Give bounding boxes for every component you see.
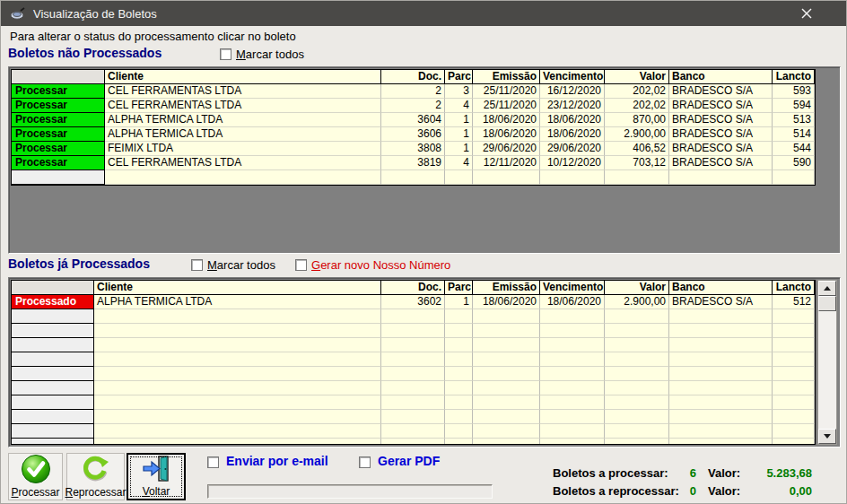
col-header-doc: Doc. [381, 281, 445, 295]
cell-banco [669, 324, 773, 338]
cell-valor: 406,52 [605, 142, 669, 156]
cell-banco [669, 352, 773, 367]
empty-row [12, 395, 815, 410]
cell-lancto [773, 381, 815, 395]
cell-emissao: 25/11/2020 [473, 84, 540, 99]
boleto-row[interactable]: ProcessadoALPHA TERMICA LTDA3602118/06/2… [12, 295, 815, 309]
reprocessar-button-label: Reprocessar [65, 486, 126, 499]
refresh-icon [81, 454, 111, 484]
cell-doc: 3602 [381, 295, 445, 309]
boleto-row[interactable]: ProcessarCEL FERRAMENTAS LTDA2325/11/202… [12, 84, 815, 99]
boleto-row[interactable]: ProcessarALPHA TERMICA LTDA3606118/06/20… [12, 127, 815, 142]
cell-vencimento [540, 324, 605, 338]
status-cell[interactable]: Processar [12, 127, 105, 142]
cell-vencimento: 18/06/2020 [540, 295, 605, 309]
cell-doc [381, 170, 445, 185]
scroll-up-button[interactable] [818, 281, 836, 296]
cell-parc [445, 381, 473, 395]
cell-lancto: 512 [773, 295, 815, 309]
col-header-banco: Banco [669, 281, 773, 295]
col-header-valor: Valor [605, 281, 669, 295]
processed-grid-panel: Cliente Doc. Parc Emissão Vencimento Val… [8, 277, 841, 448]
cell-vencimento [540, 395, 605, 410]
cell-parc [445, 338, 473, 352]
status-cell[interactable]: Processar [12, 113, 105, 127]
cell-lancto [773, 424, 815, 439]
cell-parc: 1 [445, 127, 473, 142]
instruction-text: Para alterar o status do processamento c… [10, 30, 296, 43]
cell-valor [605, 439, 669, 445]
cell-lancto [773, 395, 815, 410]
cell-valor: 2.900,00 [605, 295, 669, 309]
cell-doc [381, 424, 445, 439]
col-header-status [12, 281, 94, 295]
cell-vencimento [540, 170, 605, 185]
cell-emissao [473, 170, 540, 185]
col-header-valor: Valor [605, 70, 669, 84]
cell-lancto: 513 [773, 113, 815, 127]
cell-vencimento [540, 410, 605, 424]
voltar-button[interactable]: Voltar [127, 453, 186, 500]
cell-cliente [94, 324, 381, 338]
col-header-vencimento: Vencimento [540, 70, 605, 84]
scroll-down-button[interactable] [818, 429, 836, 444]
cell-cliente: CEL FERRAMENTAS LTDA [105, 156, 381, 170]
cell-banco [669, 170, 773, 185]
cell-emissao: 29/06/2020 [473, 142, 540, 156]
cell-valor: 703,12 [605, 156, 669, 170]
cell-lancto: 594 [773, 99, 815, 113]
cell-parc [445, 324, 473, 338]
cell-lancto: 590 [773, 156, 815, 170]
cell-valor [605, 410, 669, 424]
boleto-row[interactable]: ProcessarFEIMIX LTDA3808129/06/202029/06… [12, 142, 815, 156]
status-cell[interactable]: Processar [12, 99, 105, 113]
boleto-row[interactable]: ProcessarALPHA TERMICA LTDA3604118/06/20… [12, 113, 815, 127]
cell-parc [445, 309, 473, 324]
cell-lancto [773, 367, 815, 381]
summary-processar-valor: 5.283,68 [737, 466, 812, 480]
cell-parc [445, 395, 473, 410]
boletos-window: Visualização de Boletos Para alterar o s… [0, 0, 847, 504]
section-title-nao-processados: Boletos não Processados [8, 46, 162, 60]
cell-lancto [773, 338, 815, 352]
status-cell [12, 410, 94, 424]
reprocessar-button[interactable]: Reprocessar [66, 453, 125, 500]
cell-doc [381, 395, 445, 410]
vertical-scrollbar[interactable] [817, 280, 837, 445]
boleto-row[interactable]: ProcessarCEL FERRAMENTAS LTDA2425/11/202… [12, 99, 815, 113]
cell-parc: 4 [445, 156, 473, 170]
empty-row [12, 324, 815, 338]
summary-reprocessar-count: 0 [665, 484, 696, 498]
boleto-row[interactable]: ProcessarCEL FERRAMENTAS LTDA3819412/11/… [12, 156, 815, 170]
cell-valor [605, 424, 669, 439]
cell-lancto [773, 324, 815, 338]
status-cell[interactable]: Processar [12, 156, 105, 170]
processar-button[interactable]: Processar [8, 453, 63, 500]
status-cell[interactable]: Processado [12, 295, 94, 309]
empty-row [12, 338, 815, 352]
cell-doc: 2 [381, 84, 445, 99]
summary-reprocessar-valor: 0,00 [737, 484, 812, 498]
arrow-up-icon [824, 286, 831, 291]
cell-valor: 202,02 [605, 84, 669, 99]
checkbox-box [220, 48, 231, 60]
close-button[interactable] [787, 1, 826, 26]
cell-vencimento [540, 352, 605, 367]
scroll-thumb[interactable] [818, 296, 836, 311]
empty-row [12, 309, 815, 324]
cell-emissao: 18/06/2020 [473, 113, 540, 127]
cell-valor [605, 309, 669, 324]
col-header-vencimento: Vencimento [540, 281, 605, 295]
cell-vencimento: 18/06/2020 [540, 127, 605, 142]
status-cell[interactable]: Processar [12, 142, 105, 156]
cell-emissao: 25/11/2020 [473, 99, 540, 113]
status-cell [12, 395, 94, 410]
col-header-cliente: Cliente [105, 70, 381, 84]
cell-cliente [94, 439, 381, 445]
status-cell[interactable]: Processar [12, 84, 105, 99]
cell-valor: 2.900,00 [605, 127, 669, 142]
cell-cliente [94, 395, 381, 410]
checkbox-box [359, 456, 371, 468]
summary-reprocessar-valor-label: Valor: [708, 484, 740, 498]
cell-emissao: 12/11/2020 [473, 156, 540, 170]
